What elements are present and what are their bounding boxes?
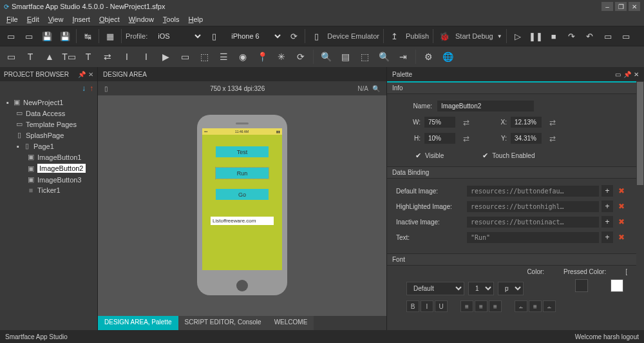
delete-button[interactable]: ✖ bbox=[616, 185, 627, 197]
save-icon[interactable]: 💾 bbox=[40, 29, 54, 43]
imagebutton-test[interactable]: Test bbox=[216, 146, 269, 157]
text3-icon[interactable]: I bbox=[139, 50, 153, 64]
grid-icon[interactable]: ▦ bbox=[103, 29, 117, 43]
delete-button[interactable]: ✖ bbox=[616, 231, 627, 243]
container-icon[interactable]: ▭ bbox=[178, 50, 192, 64]
close-palette-icon[interactable]: ✕ bbox=[634, 71, 639, 78]
align-right-button[interactable]: ≡ bbox=[489, 300, 502, 312]
select-icon[interactable]: ⬚ bbox=[197, 50, 211, 64]
menu-object[interactable]: Object bbox=[95, 14, 124, 24]
imagebutton-run[interactable]: Run bbox=[216, 168, 269, 179]
valign-bot-button[interactable]: ⫠ bbox=[543, 300, 556, 312]
menu-tools[interactable]: Tools bbox=[159, 14, 184, 24]
imagebutton-go[interactable]: Go bbox=[216, 189, 269, 200]
rec-icon[interactable]: ◉ bbox=[236, 50, 250, 64]
emulator-label[interactable]: Device Emulator bbox=[327, 32, 379, 40]
delete-button[interactable]: ✖ bbox=[616, 216, 627, 228]
export-icon[interactable]: ⇥ bbox=[396, 50, 410, 64]
italic-button[interactable]: I bbox=[421, 300, 433, 312]
zoomout-icon[interactable]: 🔍 bbox=[319, 50, 333, 64]
text-icon[interactable]: T bbox=[23, 50, 37, 64]
add-button[interactable]: + bbox=[601, 185, 613, 197]
font-size-dropdown[interactable]: 10 bbox=[468, 282, 494, 295]
bold-button[interactable]: B bbox=[406, 300, 419, 312]
device-dropdown[interactable]: iPhone 6 bbox=[225, 30, 283, 42]
extra1-icon[interactable]: ▭ bbox=[601, 29, 615, 43]
align-center-button[interactable]: ≡ bbox=[475, 300, 488, 312]
add-button[interactable]: + bbox=[601, 216, 613, 228]
profile-dropdown[interactable]: iOS bbox=[151, 30, 203, 42]
pin-icon[interactable]: 📍 bbox=[255, 50, 269, 64]
align-left-button[interactable]: ≡ bbox=[460, 300, 473, 312]
move-up-icon[interactable]: ↑ bbox=[90, 84, 93, 93]
list-icon[interactable]: ☰ bbox=[216, 50, 231, 64]
stop-icon[interactable]: ■ bbox=[547, 29, 561, 43]
new-icon[interactable]: ▭ bbox=[4, 29, 18, 43]
tree-item-page1[interactable]: ▪ ▯ Page1 bbox=[0, 141, 97, 152]
delete-button[interactable]: ✖ bbox=[616, 201, 627, 212]
loader-icon[interactable]: ✳ bbox=[274, 50, 289, 64]
tab-design-palette[interactable]: DESIGN AREA, Palette bbox=[98, 316, 178, 330]
play-icon[interactable]: ▶ bbox=[158, 50, 173, 64]
menu-window[interactable]: Window bbox=[125, 14, 158, 24]
step-out-icon[interactable]: ↶ bbox=[583, 29, 597, 43]
databinding-section-header[interactable]: Data Binding bbox=[387, 166, 636, 179]
default-image-input[interactable] bbox=[467, 186, 599, 197]
height-input[interactable] bbox=[424, 133, 455, 144]
rotate-icon[interactable]: ⟳ bbox=[287, 29, 301, 43]
highlighted-image-input[interactable] bbox=[467, 201, 599, 212]
underline-button[interactable]: U bbox=[435, 300, 448, 312]
move-down-icon[interactable]: ↓ bbox=[82, 84, 86, 93]
tree-item-template[interactable]: ▭ Template Pages bbox=[0, 119, 97, 130]
device-indicator-icon[interactable]: ▯ bbox=[104, 85, 117, 92]
text-input[interactable] bbox=[467, 232, 599, 243]
globe-icon[interactable]: 🌐 bbox=[440, 50, 455, 64]
debug-label[interactable]: Start Debug bbox=[455, 32, 493, 40]
tree-item-imagebutton3[interactable]: ▣ ImageButton3 bbox=[0, 174, 97, 185]
swap-icon[interactable]: ⇄ bbox=[463, 134, 469, 143]
ticker[interactable]: Listoffreeware.com bbox=[211, 217, 274, 225]
dock-icon[interactable]: ▭ bbox=[615, 71, 621, 78]
settings-icon[interactable]: ⚙ bbox=[421, 50, 435, 64]
swap-icon[interactable]: ⇄ bbox=[549, 118, 556, 127]
tab-script-console[interactable]: SCRIPT EDITOR, Console bbox=[178, 316, 268, 330]
minimize-button[interactable]: – bbox=[601, 2, 613, 11]
debug-dropdown-icon[interactable]: ▼ bbox=[497, 34, 502, 39]
maximize-button[interactable]: ❐ bbox=[615, 2, 627, 11]
rect-icon[interactable]: ▭ bbox=[4, 50, 18, 64]
close-panel-icon[interactable]: ✕ bbox=[88, 71, 93, 78]
tree-item-splash[interactable]: ▯ SplashPage bbox=[0, 130, 97, 141]
emulator-icon[interactable]: ▯ bbox=[309, 29, 323, 43]
close-button[interactable]: ✕ bbox=[629, 2, 640, 11]
collapse-icon[interactable]: ▪ bbox=[4, 99, 12, 106]
collapse-icon[interactable]: ▪ bbox=[14, 142, 22, 150]
font-section-header[interactable]: Font bbox=[387, 253, 636, 266]
textbox-icon[interactable]: T▭ bbox=[62, 50, 76, 64]
tab-welcome[interactable]: WELCOME bbox=[268, 316, 314, 330]
zoomin-icon[interactable]: 🔍 bbox=[377, 50, 391, 64]
save-all-icon[interactable]: 💾 bbox=[58, 29, 72, 43]
refresh-icon[interactable]: ⟳ bbox=[294, 50, 308, 64]
grid2-icon[interactable]: ▤ bbox=[338, 50, 352, 64]
pin-icon[interactable]: 📌 bbox=[78, 71, 86, 78]
step-into-icon[interactable]: ▷ bbox=[511, 29, 525, 43]
x-input[interactable] bbox=[511, 117, 542, 128]
toggle-icon[interactable]: ↹ bbox=[80, 29, 95, 43]
inactive-image-input[interactable] bbox=[467, 217, 599, 228]
device-screen[interactable]: ••• 11:46 AM ▮▮ Test Run Go Listoffreewa… bbox=[202, 128, 282, 270]
valign-mid-button[interactable]: ≡ bbox=[529, 300, 542, 312]
extra2-icon[interactable]: ▭ bbox=[619, 29, 633, 43]
swap-icon[interactable]: ⇄ bbox=[463, 118, 469, 127]
pressed-color-swatch[interactable] bbox=[611, 279, 623, 292]
color-swatch[interactable] bbox=[575, 279, 588, 292]
tree-item-imagebutton1[interactable]: ▣ ImageButton1 bbox=[0, 152, 97, 162]
publish-label[interactable]: Publish bbox=[406, 32, 429, 40]
menu-file[interactable]: File bbox=[3, 14, 22, 24]
menu-view[interactable]: View bbox=[44, 14, 68, 24]
menu-edit[interactable]: Edit bbox=[23, 14, 43, 24]
add-button[interactable]: + bbox=[601, 201, 613, 212]
text2-icon[interactable]: I bbox=[120, 50, 134, 64]
visible-checkbox[interactable]: ✔Visible bbox=[415, 152, 444, 160]
swap-icon[interactable]: ⇄ bbox=[549, 134, 556, 143]
open-icon[interactable]: ▭ bbox=[22, 29, 36, 43]
